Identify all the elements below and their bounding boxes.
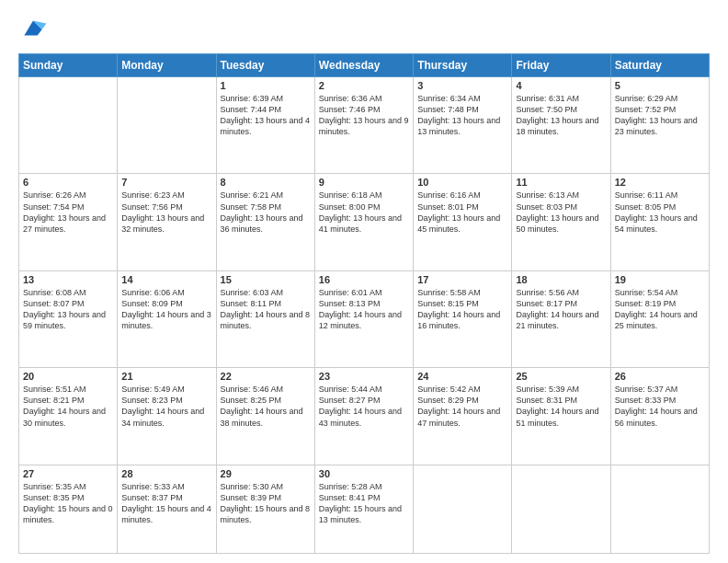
logo-icon xyxy=(18,15,48,44)
calendar-cell: 25Sunrise: 5:39 AM Sunset: 8:31 PM Dayli… xyxy=(512,368,610,465)
day-info: Sunrise: 6:08 AM Sunset: 8:07 PM Dayligh… xyxy=(23,287,113,332)
day-info: Sunrise: 5:39 AM Sunset: 8:31 PM Dayligh… xyxy=(516,384,606,429)
day-number: 28 xyxy=(121,468,211,479)
day-number: 2 xyxy=(319,80,409,91)
day-info: Sunrise: 5:44 AM Sunset: 8:27 PM Dayligh… xyxy=(319,384,409,429)
day-number: 26 xyxy=(615,371,705,382)
calendar-cell: 23Sunrise: 5:44 AM Sunset: 8:27 PM Dayli… xyxy=(314,368,413,465)
day-info: Sunrise: 6:26 AM Sunset: 7:54 PM Dayligh… xyxy=(23,190,113,235)
day-info: Sunrise: 5:37 AM Sunset: 8:33 PM Dayligh… xyxy=(615,384,705,429)
day-info: Sunrise: 6:01 AM Sunset: 8:13 PM Dayligh… xyxy=(319,287,409,332)
calendar-cell: 17Sunrise: 5:58 AM Sunset: 8:15 PM Dayli… xyxy=(414,270,512,367)
day-info: Sunrise: 5:35 AM Sunset: 8:35 PM Dayligh… xyxy=(23,481,113,526)
day-number: 6 xyxy=(23,177,113,188)
page: SundayMondayTuesdayWednesdayThursdayFrid… xyxy=(0,0,728,563)
day-number: 11 xyxy=(516,177,606,188)
day-number: 22 xyxy=(221,371,311,382)
calendar-cell: 16Sunrise: 6:01 AM Sunset: 8:13 PM Dayli… xyxy=(314,270,413,367)
calendar-header-sunday: Sunday xyxy=(19,54,118,77)
calendar-week-3: 20Sunrise: 5:51 AM Sunset: 8:21 PM Dayli… xyxy=(19,368,710,465)
calendar-cell: 4Sunrise: 6:31 AM Sunset: 7:50 PM Daylig… xyxy=(512,77,610,174)
calendar-cell: 29Sunrise: 5:30 AM Sunset: 8:39 PM Dayli… xyxy=(216,465,314,553)
day-info: Sunrise: 5:51 AM Sunset: 8:21 PM Dayligh… xyxy=(23,384,113,429)
day-info: Sunrise: 6:13 AM Sunset: 8:03 PM Dayligh… xyxy=(516,190,606,235)
day-info: Sunrise: 6:18 AM Sunset: 8:00 PM Dayligh… xyxy=(319,190,409,235)
calendar-cell xyxy=(610,465,709,553)
calendar-cell: 20Sunrise: 5:51 AM Sunset: 8:21 PM Dayli… xyxy=(19,368,118,465)
day-info: Sunrise: 6:31 AM Sunset: 7:50 PM Dayligh… xyxy=(516,93,606,138)
calendar-cell: 27Sunrise: 5:35 AM Sunset: 8:35 PM Dayli… xyxy=(19,465,118,553)
day-number: 8 xyxy=(221,177,311,188)
day-info: Sunrise: 6:29 AM Sunset: 7:52 PM Dayligh… xyxy=(615,93,705,138)
day-info: Sunrise: 5:58 AM Sunset: 8:15 PM Dayligh… xyxy=(417,287,507,332)
day-info: Sunrise: 5:49 AM Sunset: 8:23 PM Dayligh… xyxy=(121,384,211,429)
calendar-cell: 14Sunrise: 6:06 AM Sunset: 8:09 PM Dayli… xyxy=(118,270,216,367)
day-number: 5 xyxy=(615,80,705,91)
calendar-cell xyxy=(118,77,216,174)
calendar-cell: 24Sunrise: 5:42 AM Sunset: 8:29 PM Dayli… xyxy=(414,368,512,465)
day-number: 19 xyxy=(615,274,705,285)
calendar-header-row: SundayMondayTuesdayWednesdayThursdayFrid… xyxy=(19,54,710,77)
day-info: Sunrise: 6:06 AM Sunset: 8:09 PM Dayligh… xyxy=(121,287,211,332)
day-info: Sunrise: 5:42 AM Sunset: 8:29 PM Dayligh… xyxy=(417,384,507,429)
calendar-cell: 9Sunrise: 6:18 AM Sunset: 8:00 PM Daylig… xyxy=(314,174,413,270)
day-info: Sunrise: 5:33 AM Sunset: 8:37 PM Dayligh… xyxy=(121,481,211,526)
calendar-cell: 28Sunrise: 5:33 AM Sunset: 8:37 PM Dayli… xyxy=(118,465,216,553)
day-number: 10 xyxy=(417,177,507,188)
calendar-cell: 26Sunrise: 5:37 AM Sunset: 8:33 PM Dayli… xyxy=(610,368,709,465)
day-number: 27 xyxy=(23,468,113,479)
day-info: Sunrise: 5:46 AM Sunset: 8:25 PM Dayligh… xyxy=(221,384,311,429)
day-number: 20 xyxy=(23,371,113,382)
day-number: 23 xyxy=(319,371,409,382)
day-info: Sunrise: 5:30 AM Sunset: 8:39 PM Dayligh… xyxy=(221,481,311,526)
day-info: Sunrise: 5:28 AM Sunset: 8:41 PM Dayligh… xyxy=(319,481,409,526)
calendar-cell: 5Sunrise: 6:29 AM Sunset: 7:52 PM Daylig… xyxy=(610,77,709,174)
day-number: 7 xyxy=(121,177,211,188)
calendar-header-friday: Friday xyxy=(512,54,610,77)
calendar-cell: 3Sunrise: 6:34 AM Sunset: 7:48 PM Daylig… xyxy=(414,77,512,174)
calendar-cell: 2Sunrise: 6:36 AM Sunset: 7:46 PM Daylig… xyxy=(314,77,413,174)
header xyxy=(18,15,710,44)
calendar-cell: 11Sunrise: 6:13 AM Sunset: 8:03 PM Dayli… xyxy=(512,174,610,270)
calendar-cell xyxy=(512,465,610,553)
day-number: 29 xyxy=(221,468,311,479)
calendar-week-1: 6Sunrise: 6:26 AM Sunset: 7:54 PM Daylig… xyxy=(19,174,710,270)
calendar-cell: 13Sunrise: 6:08 AM Sunset: 8:07 PM Dayli… xyxy=(19,270,118,367)
day-number: 21 xyxy=(121,371,211,382)
day-info: Sunrise: 6:11 AM Sunset: 8:05 PM Dayligh… xyxy=(615,190,705,235)
calendar-cell: 30Sunrise: 5:28 AM Sunset: 8:41 PM Dayli… xyxy=(314,465,413,553)
calendar-header-wednesday: Wednesday xyxy=(314,54,413,77)
day-info: Sunrise: 6:34 AM Sunset: 7:48 PM Dayligh… xyxy=(417,93,507,138)
day-number: 17 xyxy=(417,274,507,285)
calendar-cell xyxy=(19,77,118,174)
calendar-cell: 6Sunrise: 6:26 AM Sunset: 7:54 PM Daylig… xyxy=(19,174,118,270)
calendar-header-tuesday: Tuesday xyxy=(216,54,314,77)
calendar-cell: 21Sunrise: 5:49 AM Sunset: 8:23 PM Dayli… xyxy=(118,368,216,465)
logo xyxy=(18,15,51,44)
calendar-week-4: 27Sunrise: 5:35 AM Sunset: 8:35 PM Dayli… xyxy=(19,465,710,553)
calendar-week-0: 1Sunrise: 6:39 AM Sunset: 7:44 PM Daylig… xyxy=(19,77,710,174)
calendar-cell: 1Sunrise: 6:39 AM Sunset: 7:44 PM Daylig… xyxy=(216,77,314,174)
calendar-cell: 7Sunrise: 6:23 AM Sunset: 7:56 PM Daylig… xyxy=(118,174,216,270)
day-number: 9 xyxy=(319,177,409,188)
day-number: 13 xyxy=(23,274,113,285)
calendar-table: SundayMondayTuesdayWednesdayThursdayFrid… xyxy=(18,53,710,554)
day-info: Sunrise: 5:56 AM Sunset: 8:17 PM Dayligh… xyxy=(516,287,606,332)
day-info: Sunrise: 6:21 AM Sunset: 7:58 PM Dayligh… xyxy=(221,190,311,235)
day-number: 14 xyxy=(121,274,211,285)
day-number: 4 xyxy=(516,80,606,91)
day-number: 24 xyxy=(417,371,507,382)
calendar-week-2: 13Sunrise: 6:08 AM Sunset: 8:07 PM Dayli… xyxy=(19,270,710,367)
calendar-cell: 12Sunrise: 6:11 AM Sunset: 8:05 PM Dayli… xyxy=(610,174,709,270)
calendar-header-thursday: Thursday xyxy=(414,54,512,77)
day-info: Sunrise: 6:39 AM Sunset: 7:44 PM Dayligh… xyxy=(221,93,311,138)
day-info: Sunrise: 6:23 AM Sunset: 7:56 PM Dayligh… xyxy=(121,190,211,235)
calendar-cell: 10Sunrise: 6:16 AM Sunset: 8:01 PM Dayli… xyxy=(414,174,512,270)
day-number: 16 xyxy=(319,274,409,285)
calendar-cell: 19Sunrise: 5:54 AM Sunset: 8:19 PM Dayli… xyxy=(610,270,709,367)
day-info: Sunrise: 6:36 AM Sunset: 7:46 PM Dayligh… xyxy=(319,93,409,138)
day-number: 30 xyxy=(319,468,409,479)
day-info: Sunrise: 6:03 AM Sunset: 8:11 PM Dayligh… xyxy=(221,287,311,332)
day-number: 1 xyxy=(221,80,311,91)
calendar-cell: 18Sunrise: 5:56 AM Sunset: 8:17 PM Dayli… xyxy=(512,270,610,367)
